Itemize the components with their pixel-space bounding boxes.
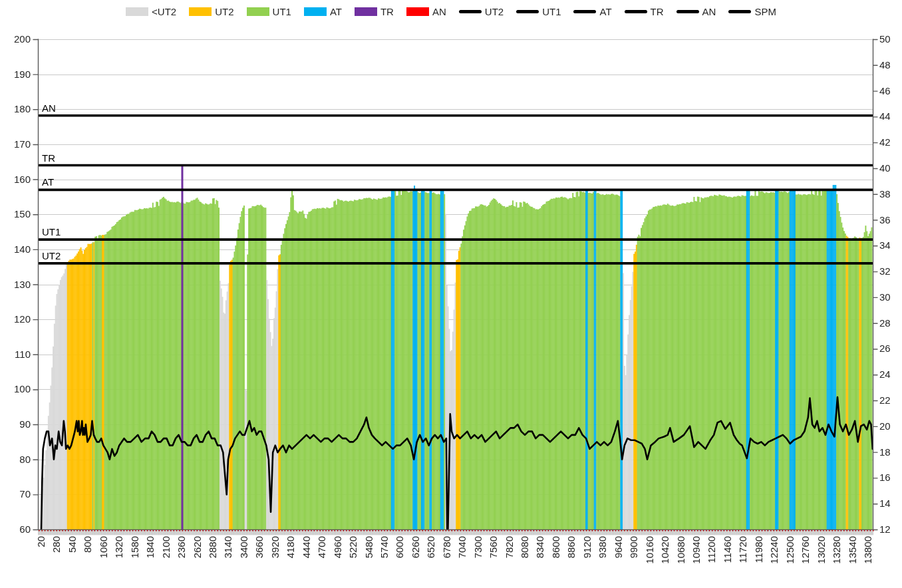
legend-label: UT1	[273, 6, 291, 17]
legend-line-icon	[459, 10, 482, 13]
legend-label: AT	[599, 6, 611, 17]
legend-swatch-icon	[189, 7, 212, 16]
chart-container: <UT2UT2UT1ATTRANUT2UT1ATTRANSPM	[0, 0, 902, 588]
legend-item-at-line[interactable]: AT	[573, 6, 611, 17]
legend-swatch-icon	[126, 7, 148, 16]
legend-item-ut1-line[interactable]: UT1	[516, 6, 561, 17]
legend-label: UT2	[485, 6, 504, 17]
legend-line-icon	[728, 10, 751, 13]
legend-line-icon	[625, 10, 647, 13]
legend-item-an-fill[interactable]: AN	[406, 6, 446, 17]
legend-label: UT1	[542, 6, 561, 17]
legend-label: SPM	[754, 6, 776, 17]
legend-line-icon	[676, 10, 699, 13]
legend-swatch-icon	[247, 7, 269, 16]
chart-legend: <UT2UT2UT1ATTRANUT2UT1ATTRANSPM	[0, 6, 902, 17]
legend-item-at-fill[interactable]: AT	[304, 6, 342, 17]
legend-item-tr-line[interactable]: TR	[625, 6, 664, 17]
legend-line-icon	[516, 10, 539, 13]
legend-label: TR	[380, 6, 394, 17]
legend-label: AN	[432, 6, 446, 17]
legend-item-an-line[interactable]: AN	[676, 6, 716, 17]
legend-line-icon	[573, 10, 596, 13]
chart-canvas	[0, 0, 902, 588]
legend-item-ut2-line[interactable]: UT2	[459, 6, 504, 17]
legend-label: <UT2	[152, 6, 176, 17]
legend-swatch-icon	[304, 7, 327, 16]
legend-item-ut1-fill[interactable]: UT1	[247, 6, 291, 17]
legend-label: AT	[330, 6, 342, 17]
legend-item-lt-ut2-fill[interactable]: <UT2	[126, 6, 176, 17]
legend-item-spm-line[interactable]: SPM	[728, 6, 776, 17]
legend-label: TR	[651, 6, 664, 17]
legend-label: AN	[702, 6, 716, 17]
legend-swatch-icon	[355, 7, 377, 16]
legend-label: UT2	[215, 6, 233, 17]
legend-item-tr-fill[interactable]: TR	[355, 6, 394, 17]
legend-item-ut2-fill[interactable]: UT2	[189, 6, 233, 17]
legend-swatch-icon	[406, 7, 429, 16]
